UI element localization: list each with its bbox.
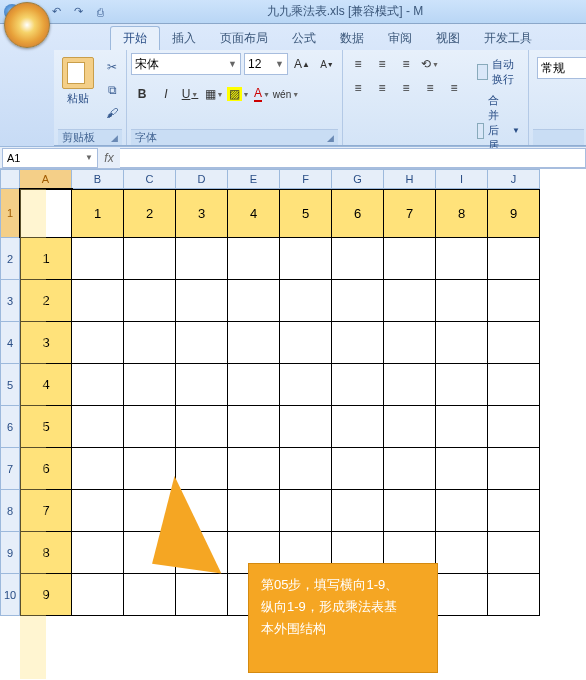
- cell[interactable]: [332, 448, 384, 490]
- increase-indent-button[interactable]: ≡: [443, 77, 465, 99]
- col-header-h[interactable]: H: [384, 169, 436, 189]
- row-header[interactable]: 8: [0, 490, 20, 532]
- cell[interactable]: 6: [332, 189, 384, 238]
- tab-data[interactable]: 数据: [328, 27, 376, 50]
- cell[interactable]: [124, 322, 176, 364]
- font-launcher-icon[interactable]: ◢: [327, 133, 334, 143]
- cell[interactable]: [384, 364, 436, 406]
- cell[interactable]: [72, 490, 124, 532]
- row-header[interactable]: 10: [0, 574, 20, 616]
- cell[interactable]: [20, 189, 72, 238]
- cell[interactable]: 9: [488, 189, 540, 238]
- col-header-e[interactable]: E: [228, 169, 280, 189]
- cell[interactable]: [384, 490, 436, 532]
- paste-button[interactable]: 粘贴: [58, 53, 98, 129]
- col-header-j[interactable]: J: [488, 169, 540, 189]
- cell[interactable]: [384, 448, 436, 490]
- cell[interactable]: [488, 448, 540, 490]
- cell[interactable]: [332, 322, 384, 364]
- cell[interactable]: [72, 448, 124, 490]
- cell[interactable]: [176, 238, 228, 280]
- print-icon[interactable]: ⎙: [92, 4, 108, 20]
- cell[interactable]: [176, 406, 228, 448]
- cell[interactable]: [280, 322, 332, 364]
- cell[interactable]: [488, 322, 540, 364]
- cell[interactable]: 2: [124, 189, 176, 238]
- select-all-corner[interactable]: [0, 169, 20, 189]
- cell[interactable]: [332, 238, 384, 280]
- cell[interactable]: [72, 322, 124, 364]
- cell[interactable]: [436, 490, 488, 532]
- row-header[interactable]: 3: [0, 280, 20, 322]
- bold-button[interactable]: B: [131, 83, 153, 105]
- cell[interactable]: [280, 238, 332, 280]
- cell[interactable]: 4: [228, 189, 280, 238]
- cell[interactable]: [72, 406, 124, 448]
- cell[interactable]: [124, 364, 176, 406]
- office-button[interactable]: [4, 2, 54, 52]
- fx-icon[interactable]: fx: [98, 151, 120, 165]
- border-button[interactable]: ▦▼: [203, 83, 225, 105]
- cell[interactable]: 6: [20, 448, 72, 490]
- cell[interactable]: [436, 406, 488, 448]
- cell[interactable]: [488, 406, 540, 448]
- cell[interactable]: [436, 364, 488, 406]
- cell[interactable]: 5: [20, 406, 72, 448]
- row-header[interactable]: 2: [0, 238, 20, 280]
- cell[interactable]: [176, 574, 228, 616]
- cell[interactable]: [228, 406, 280, 448]
- cell[interactable]: [124, 406, 176, 448]
- cell[interactable]: [384, 238, 436, 280]
- wrap-text-button[interactable]: 自动换行: [473, 55, 524, 89]
- cell[interactable]: [280, 364, 332, 406]
- cell[interactable]: [488, 490, 540, 532]
- row-header[interactable]: 4: [0, 322, 20, 364]
- cell[interactable]: [332, 490, 384, 532]
- grow-font-button[interactable]: A▲: [291, 53, 313, 75]
- tab-insert[interactable]: 插入: [160, 27, 208, 50]
- tab-view[interactable]: 视图: [424, 27, 472, 50]
- format-painter-button[interactable]: 🖌: [102, 103, 122, 123]
- tab-formulas[interactable]: 公式: [280, 27, 328, 50]
- cell[interactable]: 3: [176, 189, 228, 238]
- number-format-combo[interactable]: 常规: [537, 57, 586, 79]
- align-left-button[interactable]: ≡: [347, 77, 369, 99]
- cell[interactable]: [488, 238, 540, 280]
- cell[interactable]: [124, 574, 176, 616]
- font-name-combo[interactable]: 宋体▼: [131, 53, 241, 75]
- redo-icon[interactable]: ↷: [70, 4, 86, 20]
- cell[interactable]: [280, 490, 332, 532]
- cell[interactable]: [332, 406, 384, 448]
- cell[interactable]: 4: [20, 364, 72, 406]
- cell[interactable]: 7: [384, 189, 436, 238]
- cell[interactable]: 5: [280, 189, 332, 238]
- cell[interactable]: [228, 364, 280, 406]
- font-size-combo[interactable]: 12▼: [244, 53, 288, 75]
- cell[interactable]: [280, 448, 332, 490]
- align-bottom-button[interactable]: ≡: [395, 53, 417, 75]
- col-header-c[interactable]: C: [124, 169, 176, 189]
- cell[interactable]: 3: [20, 322, 72, 364]
- cell[interactable]: [436, 532, 488, 574]
- cell[interactable]: [228, 448, 280, 490]
- font-color-button[interactable]: A▼: [251, 83, 273, 105]
- align-center-button[interactable]: ≡: [371, 77, 393, 99]
- orientation-button[interactable]: ⟲▼: [419, 53, 441, 75]
- cell[interactable]: [228, 238, 280, 280]
- cell[interactable]: [384, 406, 436, 448]
- italic-button[interactable]: I: [155, 83, 177, 105]
- cell[interactable]: [228, 490, 280, 532]
- cut-button[interactable]: ✂: [102, 57, 122, 77]
- cell[interactable]: [72, 364, 124, 406]
- cell[interactable]: [436, 574, 488, 616]
- cell[interactable]: [72, 532, 124, 574]
- col-header-a[interactable]: A: [20, 169, 72, 189]
- formula-input[interactable]: [120, 148, 586, 168]
- cell[interactable]: [488, 364, 540, 406]
- col-header-i[interactable]: I: [436, 169, 488, 189]
- col-header-b[interactable]: B: [72, 169, 124, 189]
- cell[interactable]: [436, 448, 488, 490]
- cell[interactable]: [280, 280, 332, 322]
- cell[interactable]: [488, 574, 540, 616]
- cell[interactable]: 2: [20, 280, 72, 322]
